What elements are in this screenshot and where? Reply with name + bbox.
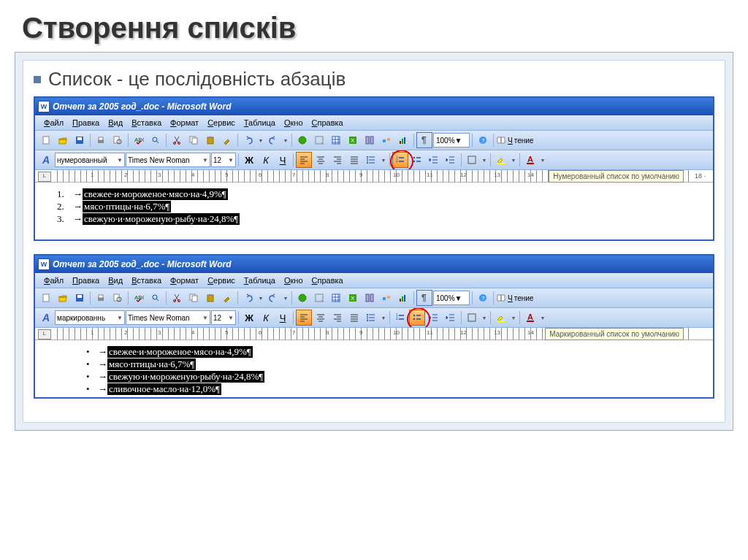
font-size-combo[interactable]: 12▼ bbox=[211, 153, 236, 167]
dropdown-arrow[interactable]: ▼ bbox=[282, 291, 289, 305]
align-justify-button[interactable] bbox=[346, 152, 362, 168]
bold-button[interactable]: Ж bbox=[241, 152, 257, 168]
italic-button[interactable]: К bbox=[258, 310, 274, 326]
font-combo[interactable]: Times New Roman▼ bbox=[126, 153, 210, 167]
align-center-button[interactable] bbox=[313, 310, 329, 326]
undo-button[interactable] bbox=[240, 290, 256, 306]
menu-окно[interactable]: Окно bbox=[280, 117, 308, 129]
zoom-combo[interactable]: 100%▼ bbox=[433, 133, 470, 147]
menu-файл[interactable]: Файл bbox=[39, 275, 68, 286]
reading-mode-button[interactable]: Чтение bbox=[496, 135, 533, 145]
dropdown-arrow[interactable]: ▼ bbox=[539, 153, 546, 167]
font-color-button[interactable]: A bbox=[522, 152, 538, 168]
chart-button[interactable] bbox=[395, 132, 411, 148]
hyperlink-button[interactable] bbox=[294, 132, 310, 148]
document-area[interactable]: 1.→свежее·и·мороженое·мясо·на·4,9%¶2.→мя… bbox=[35, 183, 713, 239]
menu-правка[interactable]: Правка bbox=[68, 275, 104, 286]
align-right-button[interactable] bbox=[329, 152, 346, 168]
hyperlink-button[interactable] bbox=[294, 290, 310, 306]
font-combo[interactable]: Times New Roman▼ bbox=[126, 310, 210, 325]
print-button[interactable] bbox=[93, 290, 109, 306]
research-button[interactable] bbox=[148, 132, 164, 148]
menu-таблица[interactable]: Таблица bbox=[240, 275, 280, 286]
decrease-indent-button[interactable] bbox=[426, 310, 442, 326]
undo-button[interactable] bbox=[240, 132, 256, 148]
zoom-combo[interactable]: 100%▼ bbox=[433, 291, 470, 305]
drawing-button[interactable] bbox=[378, 132, 394, 148]
bulleted-list-button[interactable] bbox=[409, 152, 425, 168]
numbered-list-button[interactable]: 12 bbox=[392, 310, 408, 326]
reading-mode-button[interactable]: Чтение bbox=[496, 293, 533, 303]
spellcheck-button[interactable]: ABC bbox=[131, 290, 147, 306]
insert-table-button[interactable] bbox=[328, 290, 344, 306]
dropdown-arrow[interactable]: ▼ bbox=[257, 133, 264, 147]
tables-borders-button[interactable] bbox=[311, 290, 327, 306]
menu-вставка[interactable]: Вставка bbox=[127, 275, 166, 286]
bold-button[interactable]: Ж bbox=[241, 310, 257, 326]
menu-таблица[interactable]: Таблица bbox=[240, 117, 280, 129]
menu-вид[interactable]: Вид bbox=[104, 117, 127, 129]
ruler[interactable]: L 1234567891011121314151617 Маркированны… bbox=[35, 328, 713, 340]
font-size-combo[interactable]: 12▼ bbox=[211, 310, 236, 325]
align-center-button[interactable] bbox=[313, 152, 329, 168]
dropdown-arrow[interactable]: ▼ bbox=[282, 133, 289, 147]
highlight-button[interactable] bbox=[493, 310, 509, 326]
line-spacing-button[interactable] bbox=[363, 310, 379, 326]
new-doc-button[interactable] bbox=[38, 290, 54, 306]
dropdown-arrow[interactable]: ▼ bbox=[510, 310, 517, 325]
highlight-button[interactable] bbox=[493, 152, 509, 168]
spellcheck-button[interactable]: ABC bbox=[131, 132, 147, 148]
preview-button[interactable] bbox=[110, 132, 126, 148]
menu-формат[interactable]: Формат bbox=[166, 117, 203, 129]
dropdown-arrow[interactable]: ▼ bbox=[380, 153, 387, 167]
format-painter-button[interactable] bbox=[219, 132, 235, 148]
dropdown-arrow[interactable]: ▼ bbox=[481, 310, 488, 325]
borders-button[interactable] bbox=[464, 152, 480, 168]
line-spacing-button[interactable] bbox=[363, 152, 379, 168]
copy-button[interactable] bbox=[186, 132, 202, 148]
dropdown-arrow[interactable]: ▼ bbox=[481, 153, 488, 167]
new-doc-button[interactable] bbox=[38, 132, 54, 148]
increase-indent-button[interactable] bbox=[443, 152, 459, 168]
columns-button[interactable] bbox=[362, 132, 378, 148]
print-button[interactable] bbox=[93, 132, 109, 148]
decrease-indent-button[interactable] bbox=[426, 152, 442, 168]
menu-сервис[interactable]: Сервис bbox=[203, 117, 240, 129]
align-left-button[interactable] bbox=[296, 152, 312, 168]
redo-button[interactable] bbox=[265, 290, 281, 306]
help-button[interactable]: ? bbox=[475, 132, 491, 148]
insert-excel-button[interactable]: X bbox=[345, 290, 361, 306]
menu-сервис[interactable]: Сервис bbox=[203, 275, 240, 286]
cut-button[interactable] bbox=[169, 290, 185, 306]
borders-button[interactable] bbox=[464, 310, 480, 326]
menu-формат[interactable]: Формат bbox=[166, 275, 203, 286]
menu-вставка[interactable]: Вставка bbox=[127, 117, 166, 129]
font-color-button[interactable]: A bbox=[522, 310, 538, 326]
align-justify-button[interactable] bbox=[346, 310, 362, 326]
insert-table-button[interactable] bbox=[328, 132, 344, 148]
paste-button[interactable] bbox=[202, 132, 218, 148]
columns-button[interactable] bbox=[362, 290, 378, 306]
preview-button[interactable] bbox=[110, 290, 126, 306]
styles-pane-button[interactable]: A bbox=[38, 310, 54, 326]
underline-button[interactable]: Ч bbox=[275, 152, 291, 168]
insert-excel-button[interactable]: X bbox=[345, 132, 361, 148]
align-right-button[interactable] bbox=[329, 310, 346, 326]
open-button[interactable] bbox=[55, 290, 71, 306]
italic-button[interactable]: К bbox=[258, 152, 274, 168]
paste-button[interactable] bbox=[202, 290, 218, 306]
style-combo[interactable]: маркированнь▼ bbox=[55, 310, 125, 325]
menu-правка[interactable]: Правка bbox=[68, 117, 104, 129]
ruler-tab-selector[interactable]: L bbox=[38, 172, 51, 182]
menu-вид[interactable]: Вид bbox=[104, 275, 127, 286]
numbered-list-button[interactable]: 12 bbox=[392, 152, 408, 168]
dropdown-arrow[interactable]: ▼ bbox=[510, 153, 517, 167]
increase-indent-button[interactable] bbox=[443, 310, 459, 326]
bulleted-list-button[interactable] bbox=[409, 310, 425, 326]
dropdown-arrow[interactable]: ▼ bbox=[257, 291, 264, 305]
research-button[interactable] bbox=[148, 290, 164, 306]
tables-borders-button[interactable] bbox=[311, 132, 327, 148]
show-marks-button[interactable]: ¶ bbox=[416, 290, 432, 306]
menu-справка[interactable]: Справка bbox=[308, 117, 348, 129]
help-button[interactable]: ? bbox=[475, 290, 491, 306]
